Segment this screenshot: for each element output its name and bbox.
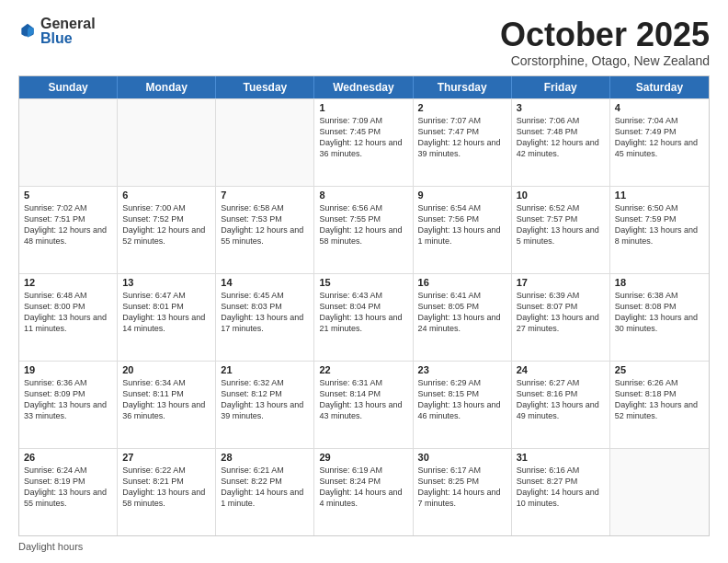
- calendar-cell-1-1: [19, 99, 118, 186]
- calendar-week-5: 26Sunrise: 6:24 AM Sunset: 8:19 PM Dayli…: [19, 448, 709, 535]
- calendar-cell-1-5: 2Sunrise: 7:07 AM Sunset: 7:47 PM Daylig…: [414, 99, 512, 186]
- day-number: 26: [24, 452, 112, 463]
- logo-icon: [18, 22, 37, 40]
- day-number: 11: [615, 190, 704, 201]
- cell-sun-info: Sunrise: 6:32 AM Sunset: 8:12 PM Dayligh…: [221, 377, 309, 422]
- logo-text: General Blue: [40, 17, 96, 46]
- weekday-header-saturday: Saturday: [610, 76, 709, 98]
- day-number: 20: [122, 364, 210, 375]
- calendar-cell-4-7: 25Sunrise: 6:26 AM Sunset: 8:18 PM Dayli…: [610, 362, 709, 448]
- calendar-cell-3-1: 12Sunrise: 6:48 AM Sunset: 8:00 PM Dayli…: [19, 274, 118, 361]
- calendar-cell-4-2: 20Sunrise: 6:34 AM Sunset: 8:11 PM Dayli…: [118, 362, 216, 448]
- day-number: 25: [615, 364, 704, 375]
- calendar-cell-5-5: 30Sunrise: 6:17 AM Sunset: 8:25 PM Dayli…: [414, 449, 512, 535]
- day-number: 12: [24, 277, 112, 288]
- cell-sun-info: Sunrise: 6:47 AM Sunset: 8:01 PM Dayligh…: [122, 290, 210, 335]
- cell-sun-info: Sunrise: 7:04 AM Sunset: 7:49 PM Dayligh…: [615, 115, 704, 160]
- day-number: 29: [319, 452, 407, 463]
- cell-sun-info: Sunrise: 6:24 AM Sunset: 8:19 PM Dayligh…: [24, 465, 112, 510]
- cell-sun-info: Sunrise: 6:19 AM Sunset: 8:24 PM Dayligh…: [319, 465, 407, 510]
- day-number: 5: [24, 190, 112, 201]
- cell-sun-info: Sunrise: 6:26 AM Sunset: 8:18 PM Dayligh…: [615, 377, 704, 422]
- calendar-week-4: 19Sunrise: 6:36 AM Sunset: 8:09 PM Dayli…: [19, 361, 709, 448]
- calendar-cell-4-4: 22Sunrise: 6:31 AM Sunset: 8:14 PM Dayli…: [314, 362, 413, 448]
- day-number: 31: [517, 452, 605, 463]
- calendar-week-1: 1Sunrise: 7:09 AM Sunset: 7:45 PM Daylig…: [19, 98, 709, 186]
- day-number: 23: [418, 364, 506, 375]
- logo: General Blue: [18, 17, 96, 46]
- calendar-cell-1-4: 1Sunrise: 7:09 AM Sunset: 7:45 PM Daylig…: [314, 99, 413, 186]
- cell-sun-info: Sunrise: 6:29 AM Sunset: 8:15 PM Dayligh…: [418, 377, 506, 422]
- weekday-header-tuesday: Tuesday: [216, 76, 314, 98]
- calendar-cell-4-3: 21Sunrise: 6:32 AM Sunset: 8:12 PM Dayli…: [216, 362, 314, 448]
- cell-sun-info: Sunrise: 6:38 AM Sunset: 8:08 PM Dayligh…: [615, 290, 704, 335]
- calendar-cell-1-2: [118, 99, 216, 186]
- day-number: 2: [418, 102, 506, 113]
- cell-sun-info: Sunrise: 6:22 AM Sunset: 8:21 PM Dayligh…: [122, 465, 210, 510]
- day-number: 18: [615, 277, 704, 288]
- calendar-cell-2-3: 7Sunrise: 6:58 AM Sunset: 7:53 PM Daylig…: [216, 187, 314, 273]
- cell-sun-info: Sunrise: 6:50 AM Sunset: 7:59 PM Dayligh…: [615, 202, 704, 247]
- calendar-cell-3-4: 15Sunrise: 6:43 AM Sunset: 8:04 PM Dayli…: [314, 274, 413, 361]
- title-block: October 2025 Corstorphine, Otago, New Ze…: [500, 17, 710, 68]
- page: General Blue October 2025 Corstorphine, …: [0, 0, 728, 563]
- cell-sun-info: Sunrise: 6:43 AM Sunset: 8:04 PM Dayligh…: [319, 290, 407, 335]
- calendar-cell-3-7: 18Sunrise: 6:38 AM Sunset: 8:08 PM Dayli…: [610, 274, 709, 361]
- calendar-cell-2-7: 11Sunrise: 6:50 AM Sunset: 7:59 PM Dayli…: [610, 187, 709, 273]
- cell-sun-info: Sunrise: 6:41 AM Sunset: 8:05 PM Dayligh…: [418, 290, 506, 335]
- weekday-header-friday: Friday: [512, 76, 610, 98]
- day-number: 16: [418, 277, 506, 288]
- calendar-cell-5-6: 31Sunrise: 6:16 AM Sunset: 8:27 PM Dayli…: [512, 449, 610, 535]
- calendar-cell-2-4: 8Sunrise: 6:56 AM Sunset: 7:55 PM Daylig…: [314, 187, 413, 273]
- cell-sun-info: Sunrise: 6:27 AM Sunset: 8:16 PM Dayligh…: [517, 377, 605, 422]
- day-number: 30: [418, 452, 506, 463]
- calendar-cell-3-6: 17Sunrise: 6:39 AM Sunset: 8:07 PM Dayli…: [512, 274, 610, 361]
- day-number: 27: [122, 452, 210, 463]
- calendar-cell-1-6: 3Sunrise: 7:06 AM Sunset: 7:48 PM Daylig…: [512, 99, 610, 186]
- calendar-cell-1-3: [216, 99, 314, 186]
- month-title: October 2025: [500, 17, 710, 53]
- cell-sun-info: Sunrise: 6:45 AM Sunset: 8:03 PM Dayligh…: [221, 290, 309, 335]
- day-number: 19: [24, 364, 112, 375]
- cell-sun-info: Sunrise: 6:58 AM Sunset: 7:53 PM Dayligh…: [221, 202, 309, 247]
- calendar-cell-5-1: 26Sunrise: 6:24 AM Sunset: 8:19 PM Dayli…: [19, 449, 118, 535]
- cell-sun-info: Sunrise: 6:21 AM Sunset: 8:22 PM Dayligh…: [221, 465, 309, 510]
- cell-sun-info: Sunrise: 7:07 AM Sunset: 7:47 PM Dayligh…: [418, 115, 506, 160]
- daylight-label: Daylight hours: [18, 541, 83, 552]
- logo-general: General: [40, 17, 96, 31]
- cell-sun-info: Sunrise: 6:52 AM Sunset: 7:57 PM Dayligh…: [517, 202, 605, 247]
- calendar-header: SundayMondayTuesdayWednesdayThursdayFrid…: [19, 76, 709, 98]
- calendar-week-2: 5Sunrise: 7:02 AM Sunset: 7:51 PM Daylig…: [19, 186, 709, 273]
- footer-note: Daylight hours: [18, 541, 710, 552]
- calendar: SundayMondayTuesdayWednesdayThursdayFrid…: [18, 75, 710, 536]
- day-number: 9: [418, 190, 506, 201]
- day-number: 17: [517, 277, 605, 288]
- cell-sun-info: Sunrise: 7:06 AM Sunset: 7:48 PM Dayligh…: [517, 115, 605, 160]
- calendar-cell-5-7: [610, 449, 709, 535]
- day-number: 28: [221, 452, 309, 463]
- cell-sun-info: Sunrise: 6:31 AM Sunset: 8:14 PM Dayligh…: [319, 377, 407, 422]
- day-number: 3: [517, 102, 605, 113]
- cell-sun-info: Sunrise: 6:54 AM Sunset: 7:56 PM Dayligh…: [418, 202, 506, 247]
- location-subtitle: Corstorphine, Otago, New Zealand: [500, 53, 710, 68]
- cell-sun-info: Sunrise: 6:48 AM Sunset: 8:00 PM Dayligh…: [24, 290, 112, 335]
- calendar-body: 1Sunrise: 7:09 AM Sunset: 7:45 PM Daylig…: [19, 98, 709, 535]
- weekday-header-thursday: Thursday: [414, 76, 512, 98]
- calendar-cell-1-7: 4Sunrise: 7:04 AM Sunset: 7:49 PM Daylig…: [610, 99, 709, 186]
- cell-sun-info: Sunrise: 6:16 AM Sunset: 8:27 PM Dayligh…: [517, 465, 605, 510]
- calendar-cell-4-5: 23Sunrise: 6:29 AM Sunset: 8:15 PM Dayli…: [414, 362, 512, 448]
- calendar-cell-5-2: 27Sunrise: 6:22 AM Sunset: 8:21 PM Dayli…: [118, 449, 216, 535]
- weekday-header-wednesday: Wednesday: [314, 76, 413, 98]
- weekday-header-sunday: Sunday: [19, 76, 118, 98]
- calendar-cell-2-5: 9Sunrise: 6:54 AM Sunset: 7:56 PM Daylig…: [414, 187, 512, 273]
- cell-sun-info: Sunrise: 7:09 AM Sunset: 7:45 PM Dayligh…: [319, 115, 407, 160]
- cell-sun-info: Sunrise: 7:02 AM Sunset: 7:51 PM Dayligh…: [24, 202, 112, 247]
- calendar-cell-5-4: 29Sunrise: 6:19 AM Sunset: 8:24 PM Dayli…: [314, 449, 413, 535]
- day-number: 22: [319, 364, 407, 375]
- cell-sun-info: Sunrise: 6:34 AM Sunset: 8:11 PM Dayligh…: [122, 377, 210, 422]
- calendar-week-3: 12Sunrise: 6:48 AM Sunset: 8:00 PM Dayli…: [19, 273, 709, 361]
- day-number: 13: [122, 277, 210, 288]
- day-number: 24: [517, 364, 605, 375]
- calendar-cell-4-1: 19Sunrise: 6:36 AM Sunset: 8:09 PM Dayli…: [19, 362, 118, 448]
- cell-sun-info: Sunrise: 6:39 AM Sunset: 8:07 PM Dayligh…: [517, 290, 605, 335]
